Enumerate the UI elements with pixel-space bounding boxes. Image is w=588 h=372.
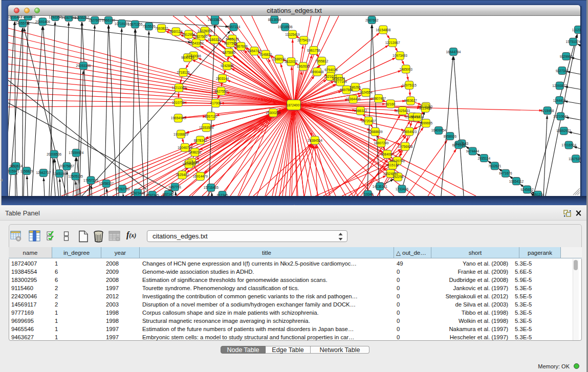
svg-text:8186328: 8186328	[208, 38, 221, 41]
svg-text:3275419: 3275419	[297, 38, 311, 42]
svg-text:8215958: 8215958	[541, 109, 554, 113]
svg-text:1362615: 1362615	[297, 64, 310, 68]
svg-text:7986322: 7986322	[354, 109, 367, 113]
svg-text:8427552: 8427552	[214, 90, 228, 93]
svg-text:8267110: 8267110	[205, 115, 217, 118]
svg-text:6875309: 6875309	[452, 143, 466, 147]
svg-text:1156829: 1156829	[20, 169, 33, 173]
svg-text:21203465: 21203465	[21, 16, 36, 18]
svg-text:8958926: 8958926	[444, 135, 457, 138]
svg-text:1244419: 1244419	[553, 99, 567, 102]
svg-text:417006: 417006	[210, 101, 222, 105]
svg-text:9227342: 9227342	[556, 69, 569, 73]
svg-text:15720407: 15720407	[361, 119, 376, 123]
svg-text:17016504: 17016504	[561, 143, 576, 147]
svg-text:6497568: 6497568	[340, 88, 353, 92]
svg-text:15716485: 15716485	[204, 186, 219, 189]
svg-text:18807249: 18807249	[374, 141, 388, 145]
svg-text:10958107: 10958107	[99, 182, 114, 185]
svg-text:16914479: 16914479	[193, 174, 208, 178]
svg-text:16782759: 16782759	[115, 187, 129, 191]
svg-text:14136141: 14136141	[373, 185, 387, 188]
svg-text:15751074: 15751074	[566, 40, 580, 43]
svg-text:2087682: 2087682	[365, 18, 379, 22]
svg-text:6966160: 6966160	[102, 18, 115, 22]
svg-text:7955812: 7955812	[315, 59, 329, 63]
svg-text:9457791: 9457791	[168, 185, 182, 189]
svg-text:1010755: 1010755	[172, 101, 185, 104]
svg-text:9890123: 9890123	[181, 56, 194, 59]
svg-text:2935114: 2935114	[477, 157, 490, 160]
svg-text:10120746: 10120746	[390, 159, 405, 163]
svg-text:19654945: 19654945	[171, 116, 186, 120]
svg-text:719345: 719345	[362, 192, 374, 196]
svg-text:1527602: 1527602	[89, 18, 102, 22]
svg-text:19654923: 19654923	[402, 130, 417, 134]
svg-text:19166829: 19166829	[173, 133, 188, 136]
svg-text:20975867: 20975867	[59, 164, 74, 168]
svg-text:1292357: 1292357	[49, 16, 62, 19]
svg-text:932145: 932145	[163, 192, 174, 196]
svg-text:19756928: 19756928	[398, 145, 412, 148]
svg-text:14055712: 14055712	[15, 21, 30, 25]
svg-text:16210643: 16210643	[553, 115, 568, 118]
svg-text:9350614: 9350614	[10, 164, 23, 168]
svg-text:11353594: 11353594	[199, 126, 214, 129]
svg-text:11675358: 11675358	[569, 157, 580, 161]
svg-text:1615132: 1615132	[386, 163, 399, 167]
svg-text:1588520: 1588520	[273, 57, 286, 61]
svg-text:12942737: 12942737	[36, 171, 51, 174]
svg-text:7515526: 7515526	[142, 25, 156, 28]
svg-text:9827500: 9827500	[194, 35, 208, 38]
svg-text:7857224: 7857224	[227, 25, 241, 29]
svg-text:9242845: 9242845	[221, 64, 234, 68]
svg-text:19384554: 19384554	[308, 139, 322, 142]
svg-text:12213967: 12213967	[385, 41, 400, 45]
svg-text:8912954: 8912954	[182, 33, 195, 36]
svg-text:62160: 62160	[386, 102, 395, 106]
svg-text:25300235: 25300235	[266, 111, 280, 115]
svg-text:5822037: 5822037	[285, 60, 298, 63]
svg-text:1733426: 1733426	[396, 187, 409, 191]
svg-text:5875685: 5875685	[223, 51, 236, 54]
svg-text:9463627: 9463627	[404, 99, 418, 102]
svg-text:9699695: 9699695	[420, 121, 433, 125]
svg-text:9329966: 9329966	[560, 55, 573, 58]
svg-text:6961758: 6961758	[307, 49, 320, 52]
svg-text:10719155: 10719155	[115, 22, 129, 26]
svg-text:10655267: 10655267	[75, 16, 90, 19]
svg-text:16046755: 16046755	[178, 146, 192, 149]
svg-text:5041234: 5041234	[411, 115, 424, 119]
svg-text:17957223: 17957223	[83, 179, 98, 182]
svg-text:8471676: 8471676	[499, 171, 512, 175]
svg-text:18724007: 18724007	[287, 103, 301, 107]
svg-text:10973493: 10973493	[393, 54, 407, 57]
svg-text:21364436: 21364436	[346, 97, 361, 101]
svg-text:1409949: 1409949	[182, 162, 195, 166]
svg-text:10654112: 10654112	[509, 180, 524, 183]
svg-text:7485003: 7485003	[400, 68, 413, 71]
svg-text:10807487: 10807487	[371, 97, 386, 100]
svg-text:10688609: 10688609	[368, 130, 383, 134]
svg-text:11325419: 11325419	[285, 33, 300, 36]
svg-text:8878342: 8878342	[194, 139, 207, 142]
svg-text:7663822: 7663822	[155, 27, 168, 30]
svg-text:12975115: 12975115	[402, 83, 417, 87]
svg-text:9474444: 9474444	[466, 149, 480, 153]
svg-text:16543362: 16543362	[189, 41, 204, 45]
svg-text:17359924: 17359924	[69, 151, 83, 155]
svg-text:19218506: 19218506	[278, 25, 293, 29]
svg-text:15692971: 15692971	[556, 129, 571, 133]
svg-text:5498222: 5498222	[188, 150, 202, 154]
svg-text:9113460: 9113460	[419, 106, 432, 110]
svg-text:12093872: 12093872	[552, 84, 567, 87]
svg-text:16154808: 16154808	[376, 28, 390, 32]
svg-text:16671355: 16671355	[128, 23, 143, 26]
svg-text:9146821: 9146821	[259, 53, 273, 56]
svg-text:6794028: 6794028	[324, 68, 338, 72]
svg-text:9777169: 9777169	[334, 80, 347, 83]
svg-text:16644784: 16644784	[446, 50, 461, 54]
svg-text:12213389: 12213389	[171, 86, 186, 90]
svg-text:8990448: 8990448	[311, 70, 324, 74]
svg-text:1112345: 1112345	[572, 28, 580, 32]
